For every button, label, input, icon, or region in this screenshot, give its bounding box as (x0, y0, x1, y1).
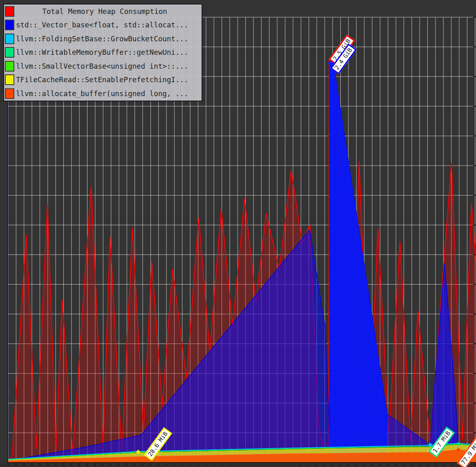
legend-swatch-icon (5, 74, 14, 85)
legend-swatch-icon (5, 34, 14, 44)
legend-item-6: llvm::allocate_buffer(unsigned long, ... (4, 87, 202, 101)
legend-item-1: std::_Vector_base<float, std::allocat... (4, 18, 202, 32)
legend-item-4: llvm::SmallVectorBase<unsigned int>::... (4, 59, 202, 73)
legend-item-5: TFileCacheRead::SetEnablePrefetchingI... (4, 73, 202, 87)
legend-swatch-icon (5, 47, 14, 58)
legend-item-2: llvm::FoldingSetBase::GrowBucketCount... (4, 32, 202, 46)
legend-label: Total Memory Heap Consumption (14, 7, 202, 16)
legend-swatch-icon (5, 88, 14, 99)
legend-label: llvm::WritableMemoryBuffer::getNewUni... (14, 48, 188, 56)
legend-label: std::_Vector_base<float, std::allocat... (14, 21, 188, 29)
chart-legend: Total Memory Heap Consumptionstd::_Vecto… (3, 4, 202, 101)
legend-item-3: llvm::WritableMemoryBuffer::getNewUni... (4, 46, 202, 60)
legend-swatch-icon (5, 20, 14, 30)
legend-label: TFileCacheRead::SetEnablePrefetchingI... (14, 76, 188, 84)
legend-label: llvm::SmallVectorBase<unsigned int>::... (14, 62, 188, 70)
memory-profiler-window: Memory Consumption 2.5 GiB2.4 GiB28.6 Mi… (0, 0, 476, 467)
legend-swatch-icon (5, 6, 14, 17)
legend-label: llvm::FoldingSetBase::GrowBucketCount... (14, 35, 188, 43)
legend-swatch-icon (5, 61, 14, 72)
legend-item-0: Total Memory Heap Consumption (4, 4, 202, 18)
legend-label: llvm::allocate_buffer(unsigned long, ... (14, 90, 188, 98)
